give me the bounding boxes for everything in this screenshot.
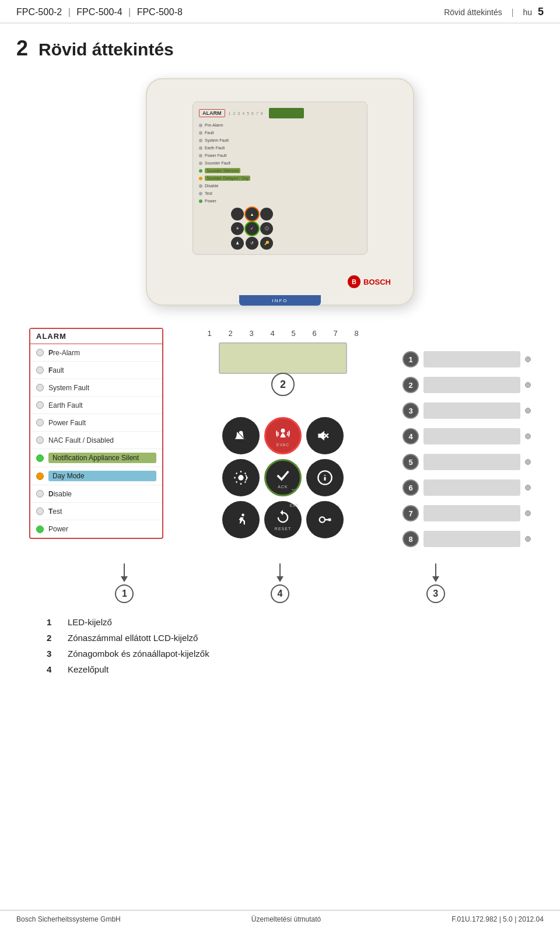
legend-row-4: 4 Kezelőpult — [47, 664, 513, 674]
zone-row-5: 5 — [402, 450, 531, 474]
section-name: Rövid áttekintés — [444, 8, 502, 17]
product-3: FPC-500-8 — [137, 7, 183, 17]
led-panel-title: ALARM — [30, 329, 162, 344]
led-dot-day-mode — [36, 472, 44, 480]
sep-2: | — [128, 7, 134, 17]
panel-btn-4: ☀ — [231, 222, 244, 235]
legend-text-1: LED-kijelző — [68, 617, 112, 627]
keypad-btn-key[interactable] — [306, 501, 344, 538]
led-label-power: Power — [48, 525, 68, 533]
led-dot-notification-silent — [36, 454, 44, 462]
panel-alarm-label: ALARM — [199, 109, 225, 117]
panel-btn-reset: ↺ — [246, 237, 258, 250]
panel-zone-numbers: 12345678 — [229, 111, 263, 115]
zone-num-7: 7 — [330, 329, 341, 338]
zone-rect-7 — [424, 505, 520, 521]
led-dot-fault — [36, 366, 44, 374]
zone-row-1: 1 — [402, 348, 531, 371]
bell-slash-icon — [233, 428, 249, 444]
middle-section: 1 2 3 4 5 6 7 8 2 — [174, 328, 392, 538]
zone-rect-3 — [424, 402, 520, 419]
ack-label: ACK — [278, 485, 288, 489]
zone-rect-5 — [424, 454, 520, 470]
product-1: FPC-500-2 — [16, 7, 62, 17]
keypad-btn-ack[interactable]: ACK ↩ — [264, 459, 302, 496]
led-row-fault: Fault — [30, 362, 162, 379]
led-dot-power — [36, 526, 44, 533]
keypad-area: EVAC — [222, 411, 344, 538]
zone-led-4 — [525, 433, 531, 439]
legend-text-2: Zónaszámmal ellátott LCD-kijelző — [68, 633, 198, 643]
section-title: Rövid áttekintés — [38, 40, 174, 59]
callout-1: 1 — [115, 563, 134, 603]
zone-circle-5: 5 — [402, 454, 419, 470]
led-dot-test — [36, 507, 44, 515]
legend-row-1: 1 LED-kijelző — [47, 617, 513, 627]
led-indicator-panel: ALARM Pre-Alarm Fault System Fault Earth… — [29, 328, 163, 539]
reset-label: RESET — [275, 527, 291, 531]
zone-num-4: 4 — [267, 329, 278, 338]
panel-btn-3 — [260, 208, 273, 220]
footer-date: 2012.04 — [519, 915, 544, 923]
led-dot-power-fault — [36, 419, 44, 426]
zone-circle-1: 1 — [402, 351, 419, 367]
keypad-btn-evac[interactable]: EVAC — [264, 417, 302, 454]
keypad-btn-reset[interactable]: RESET ESC — [264, 501, 302, 538]
zone-rect-8 — [424, 531, 520, 547]
callout-arrowhead-3 — [432, 576, 439, 582]
legend-row-2: 2 Zónaszámmal ellátott LCD-kijelző — [47, 633, 513, 643]
legend-num-4: 4 — [47, 664, 58, 674]
zone-circle-7: 7 — [402, 505, 419, 521]
reset-icon — [275, 509, 291, 526]
zone-num-8: 8 — [351, 329, 362, 338]
callout-line-3 — [435, 563, 436, 576]
led-label-nac-fault: NAC Fault / Disabled — [48, 436, 114, 444]
section-title-row: 2 Rövid áttekintés — [0, 23, 560, 66]
header-left: FPC-500-2 | FPC-500-4 | FPC-500-8 — [16, 7, 183, 17]
keypad-btn-day[interactable] — [222, 459, 260, 496]
bosch-logo: B BOSCH — [348, 275, 391, 288]
legend-num-1: 1 — [47, 617, 58, 627]
panel-btn-7: ♟ — [231, 237, 244, 250]
led-label-fault: Fault — [48, 366, 64, 374]
legend-text-3: Zónagombok és zónaállapot-kijelzők — [68, 649, 209, 659]
keypad-btn-info[interactable] — [306, 459, 344, 496]
keypad-btn-figure[interactable] — [222, 501, 260, 538]
zone-circle-4: 4 — [402, 428, 419, 444]
panel-btn-key: 🔑 — [260, 237, 273, 250]
keypad-btn-bell-slash[interactable] — [222, 417, 260, 454]
callout-circle-3: 3 — [426, 584, 445, 603]
led-dot-system-fault — [36, 384, 44, 391]
page-number: 5 — [538, 6, 544, 18]
zone-num-1: 1 — [204, 329, 215, 338]
key-icon — [317, 512, 333, 528]
zone-led-2 — [525, 382, 531, 388]
led-row-nac-fault: NAC Fault / Disabled — [30, 432, 162, 449]
zone-num-6: 6 — [309, 329, 320, 338]
zone-led-1 — [525, 356, 531, 362]
keypad-btn-mute[interactable] — [306, 417, 344, 454]
zone-circle-6: 6 — [402, 479, 419, 496]
zone-circle-2: 2 — [402, 377, 419, 393]
zone-num-2: 2 — [225, 329, 236, 338]
device-enclosure: ALARM 12345678 Pre-Alarm Fault System Fa… — [146, 78, 414, 306]
callout-arrowhead-1 — [121, 576, 128, 582]
legend-section: 1 LED-kijelző 2 Zónaszámmal ellátott LCD… — [0, 603, 560, 692]
callout-line-4 — [279, 563, 281, 576]
zone-led-8 — [525, 536, 531, 542]
header-right: Rövid áttekintés | hu 5 — [444, 6, 544, 18]
zone-led-5 — [525, 459, 531, 465]
ack-check-icon — [275, 467, 291, 484]
zone-rect-4 — [424, 428, 520, 444]
zone-led-3 — [525, 408, 531, 414]
callout-arrow-3 — [432, 563, 439, 582]
zone-rect-6 — [424, 479, 520, 496]
led-row-day-mode: Day Mode — [30, 467, 162, 485]
sep-1: | — [68, 7, 74, 17]
bosch-name: BOSCH — [363, 278, 391, 286]
footer-version: 5.0 — [503, 915, 513, 923]
led-row-pre-alarm: Pre-Alarm — [30, 344, 162, 362]
callout-3: 3 — [426, 563, 445, 603]
product-2: FPC-500-4 — [76, 7, 122, 17]
panel-lcd — [269, 108, 304, 118]
